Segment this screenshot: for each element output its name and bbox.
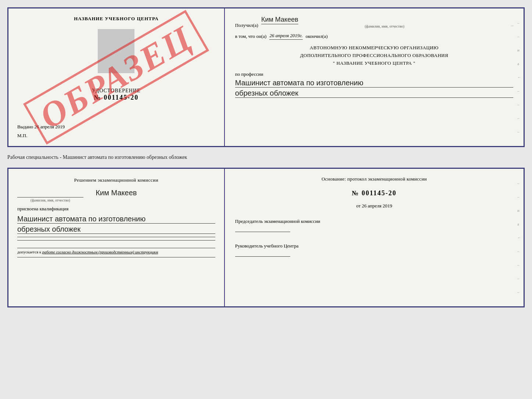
side-dash-1: –	[517, 21, 521, 25]
person-name-block: Ким Макеев (фамилия, имя, отчество)	[17, 187, 215, 202]
bottom-line-2	[17, 240, 215, 241]
руководитель-block: Руководитель учебного Центра	[235, 243, 513, 257]
b-side-dash-6: –	[517, 290, 521, 294]
side-dash-5: –	[517, 116, 521, 120]
side-dash-3: –	[517, 89, 521, 93]
page-wrapper: НАЗВАНИЕ УЧЕБНОГО ЦЕНТРА УДОСТОВЕРЕНИЕ №…	[7, 7, 525, 307]
date-value: 26 апреля 2019г.	[269, 33, 302, 40]
protocol-number: № 001145-20	[235, 189, 513, 197]
vydano-line: Выдано 26 апреля 2019	[17, 120, 215, 130]
osnov-label: Основание: протокол экзаменационной коми…	[235, 176, 513, 182]
org-line2: ДОПОЛНИТЕЛЬНОГО ПРОФЕССИОНАЛЬНОГО ОБРАЗО…	[235, 52, 513, 60]
profession-label: по профессии	[235, 71, 263, 77]
side-dash-2: –	[517, 34, 521, 39]
bottom-side-lines: – – и а ← – – – –	[517, 176, 521, 299]
org-block: АВТОНОМНУЮ НЕКОММЕРЧЕСКУЮ ОРГАНИЗАЦИЮ ДО…	[235, 44, 513, 67]
kvali-label: присвоена квалификация	[17, 206, 215, 212]
side-dash-6: –	[517, 129, 521, 134]
side-decorative-lines: – – и а ← – – – –	[517, 16, 521, 139]
profession-block: по профессии Машинист автомата по изгото…	[235, 71, 513, 98]
bottom-fio-label: (фамилия, имя, отчество)	[17, 197, 83, 202]
chairman-block: Председатель экзаменационной комиссии	[235, 218, 513, 232]
bottom-doc-left: Решением экзаменационной комиссии Ким Ма…	[8, 169, 225, 306]
qualification-line2: обрезных обложек	[17, 225, 215, 234]
chairman-label: Председатель экзаменационной комиссии	[235, 218, 320, 224]
top-doc-left: НАЗВАНИЕ УЧЕБНОГО ЦЕНТРА УДОСТОВЕРЕНИЕ №…	[8, 8, 225, 146]
b-side-dash-5: –	[517, 276, 521, 281]
допуск-prefix: допускается к	[17, 250, 41, 254]
chairman-sign-line	[235, 232, 290, 232]
proto-date-value: 26 апреля 2019	[362, 203, 392, 209]
b-side-letter-a: а	[517, 222, 521, 226]
udostoverenie-label: УДОСТОВЕРЕНИЕ	[17, 88, 215, 94]
profession-line2: обрезных обложек	[235, 89, 513, 98]
mp-label: М.П.	[17, 133, 215, 139]
profession-line1: Машинист автомата по изготовлению	[235, 79, 513, 88]
proto-date-prefix: от	[356, 203, 360, 209]
commission-label: Решением экзаменационной комиссии	[17, 176, 215, 184]
допуск-italic: работе согласно должностным (производств…	[42, 250, 158, 254]
date-prefix: в том, что он(а)	[235, 33, 267, 39]
top-school-name: НАЗВАНИЕ УЧЕБНОГО ЦЕНТРА	[17, 16, 215, 22]
bottom-line-1	[17, 237, 215, 237]
fio-label: (фамилия, имя, отчество)	[261, 24, 508, 28]
side-arrow: ←	[517, 75, 521, 79]
руководитель-label: Руководитель учебного Центра	[235, 243, 299, 249]
side-dash-4: –	[517, 102, 521, 107]
recipient-prefix: Получил(а)	[235, 22, 258, 28]
руководитель-sign-line	[235, 256, 290, 257]
b-side-dash-3: –	[517, 249, 521, 253]
specialty-label: Рабочая специальность - Машинист автомат…	[7, 153, 525, 162]
b-side-letter-i: и	[517, 208, 521, 213]
b-side-dash-2: –	[517, 195, 521, 199]
org-line3: " НАЗВАНИЕ УЧЕБНОГО ЦЕНТРА "	[235, 60, 513, 67]
date-suffix: окончил(а)	[306, 33, 328, 39]
допуск-block: допускается к работе согласно должностны…	[17, 248, 215, 254]
udostoverenie-number: № 001145-20	[17, 94, 215, 101]
dash-decor-1: –	[511, 22, 513, 28]
vydano-label: Выдано	[17, 124, 33, 129]
date-row: в том, что он(а) 26 апреля 2019г. окончи…	[235, 33, 513, 40]
b-side-arrow: ←	[517, 235, 521, 240]
org-line1: АВТОНОМНУЮ НЕКОММЕРЧЕСКУЮ ОРГАНИЗАЦИЮ	[235, 44, 513, 52]
b-side-dash-1: –	[517, 181, 521, 185]
side-letter-a: а	[517, 61, 521, 66]
top-doc-right: Получил(а) Ким Макеев (фамилия, имя, отч…	[225, 8, 524, 146]
bottom-line-3	[17, 257, 215, 257]
top-document: НАЗВАНИЕ УЧЕБНОГО ЦЕНТРА УДОСТОВЕРЕНИЕ №…	[7, 7, 525, 147]
recipient-line: Получил(а) Ким Макеев (фамилия, имя, отч…	[235, 16, 513, 28]
bottom-doc-right: Основание: протокол экзаменационной коми…	[225, 169, 524, 306]
qualification-line1: Машинист автомата по изготовлению	[17, 215, 215, 224]
vydano-date: 26 апреля 2019	[35, 124, 65, 129]
photo-placeholder	[98, 29, 134, 73]
udostoverenie-block: УДОСТОВЕРЕНИЕ № 001145-20	[17, 88, 215, 101]
side-letter-i: и	[517, 48, 521, 52]
person-name: Ким Макеев	[17, 189, 215, 197]
protocol-date: от 26 апреля 2019	[235, 203, 513, 209]
recipient-name: Ким Макеев	[261, 16, 298, 24]
b-side-dash-4: –	[517, 263, 521, 267]
bottom-document: Решением экзаменационной комиссии Ким Ма…	[7, 168, 525, 307]
